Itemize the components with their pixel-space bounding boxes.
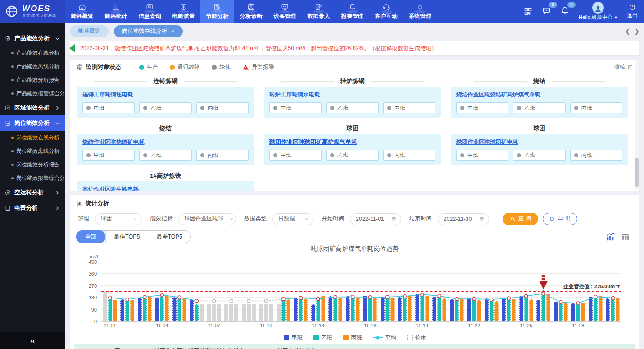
sidebar-item-product-efficiency-online[interactable]: 产品能效在线分析	[0, 46, 65, 60]
segment-top5[interactable]: 最佳TOP5	[105, 231, 148, 243]
shift-box-bing[interactable]: 丙班	[196, 102, 249, 113]
x-axis-tick: 11-13	[309, 323, 327, 330]
x-axis-tick	[327, 323, 345, 330]
panel-collapse-button[interactable]: 收缩	[614, 64, 633, 71]
nav-item-info-query[interactable]: 信息查询	[133, 0, 167, 23]
chevron-down-icon	[304, 216, 309, 221]
shift-box-jia[interactable]: 甲班	[269, 102, 322, 113]
group-filter-label: 班组：	[78, 215, 95, 223]
query-button[interactable]: 查 询	[503, 213, 538, 225]
shift-box-yi[interactable]: 乙班	[139, 102, 191, 113]
shift-box-jia[interactable]: 甲班	[456, 150, 508, 161]
sidebar-item-product-efficiency[interactable]: 产品能效分析	[0, 31, 65, 46]
monitor-card-title-link[interactable]: 球团作业区吨球团矿电耗	[456, 138, 518, 146]
scrollbar-thumb[interactable]	[635, 158, 639, 187]
monitor-card-title-link[interactable]: 连铸工序吨钢坯电耗	[82, 91, 133, 99]
logout-label: 退出	[627, 12, 638, 19]
sidebar-item-region-efficiency[interactable]: 区域能效分析	[0, 100, 65, 115]
bullet-icon	[11, 177, 14, 179]
nav-item-data-entry[interactable]: 数据录入	[302, 0, 336, 23]
shift-box-jia[interactable]: 甲班	[456, 102, 508, 113]
nav-item-customer-interaction[interactable]: 客户互动	[369, 0, 403, 23]
shift-label: 乙班	[150, 104, 161, 112]
monitor-card: 转炉工序吨钢水电耗甲班乙班丙班	[264, 87, 441, 118]
shift-box-jia[interactable]: 甲班	[269, 150, 322, 161]
start-date-input[interactable]: 2022-11-01	[350, 213, 401, 225]
segment-all[interactable]: 全部	[76, 230, 105, 243]
sidebar-item-product-efficiency-alarm[interactable]: 产品能效报警综合分析	[0, 87, 65, 100]
nav-item-energy-overview[interactable]: 能耗概览	[65, 0, 99, 23]
segmented-control: 全部最佳TOP5最差TOP5	[76, 230, 191, 243]
shift-box-bing[interactable]: 丙班	[570, 150, 622, 161]
nav-item-alarm-management[interactable]: 报警管理	[336, 0, 369, 23]
tab-scroll-right-icon[interactable]: ❯	[635, 28, 639, 35]
sidebar-subitem-label: 岗位能效离线分析	[16, 147, 59, 155]
shift-box-yi[interactable]: 乙班	[326, 102, 378, 113]
export-button[interactable]: 导 出	[543, 213, 577, 225]
sidebar-item-post-efficiency-alarm[interactable]: 岗位能效报警综合分析	[0, 171, 65, 185]
datatype-select-value: 日数据	[278, 215, 295, 223]
nav-item-energy-saving-analysis[interactable]: 节能分析	[200, 0, 234, 23]
shift-box-yi[interactable]: 乙班	[326, 150, 378, 161]
legend-item-rest: 轮休	[407, 334, 426, 342]
tab-scroll-left-icon[interactable]: ❮	[625, 28, 630, 35]
query-button-label: 查 询	[518, 215, 531, 223]
close-icon[interactable]: ×	[171, 28, 175, 35]
shift-box-yi[interactable]: 乙班	[513, 150, 565, 161]
tab-energy-overview[interactable]: 能耗概览	[70, 25, 109, 37]
segment-last5[interactable]: 最差TOP5	[148, 231, 190, 243]
shift-box-bing[interactable]: 丙班	[383, 150, 435, 161]
user-menu[interactable]: Hello,研发中心 ▼	[579, 2, 618, 21]
shift-box-bing[interactable]: 丙班	[196, 150, 249, 161]
topbar-right: 0 0 Hello,研发中心 ▼ 退出	[523, 0, 644, 23]
end-date-input[interactable]: 2022-11-30	[438, 213, 489, 225]
sidebar-item-post-efficiency-report[interactable]: 岗位能效分析报告	[0, 158, 65, 171]
shift-box-bing[interactable]: 丙班	[570, 102, 622, 113]
monitor-card-title-link[interactable]: 高炉作业区吨生铁电耗	[82, 186, 139, 191]
nav-item-label: 客户互动	[375, 13, 398, 20]
x-axis-ticks: 11-0111-0411-0711-1011-1311-1611-1911-22…	[101, 323, 621, 330]
sidebar-collapse-button[interactable]: «	[0, 332, 65, 349]
logout-button[interactable]: 退出	[627, 3, 638, 19]
shift-box-jia[interactable]: 甲班	[82, 150, 135, 161]
nav-item-power-quality[interactable]: 电能质量	[167, 0, 200, 23]
shift-box-yi[interactable]: 乙班	[513, 102, 565, 113]
legend-label: 甲班	[292, 334, 303, 342]
table-view-icon[interactable]	[621, 232, 630, 242]
monitor-card-title-link[interactable]: 烧结作业区吨烧结矿电耗	[82, 138, 145, 146]
monitor-card-title-link[interactable]: 球团作业区吨球团矿高炉煤气单耗	[269, 138, 357, 146]
sidebar-item-post-efficiency[interactable]: 岗位能效分析	[0, 115, 65, 131]
monitor-card: 烧结作业区吨烧结矿高炉煤气单耗甲班乙班丙班	[451, 87, 628, 118]
indicator-filter-label: 能效指标：	[150, 215, 179, 223]
nav-item-energy-statistics[interactable]: 能耗统计	[99, 0, 133, 23]
x-axis-tick: 11-22	[466, 323, 483, 330]
shift-box-bing[interactable]: 丙班	[383, 102, 435, 113]
qr-code-icon[interactable]	[523, 7, 533, 16]
indicator-select[interactable]: 球团作业区吨球..	[178, 213, 236, 225]
sidebar-item-product-efficiency-offline[interactable]: 产品能效离线分析	[0, 60, 65, 73]
x-axis-tick	[240, 323, 258, 330]
chart-plot-wrap: 090180270360450企业管控值：225.00m³/t	[101, 262, 621, 321]
sidebar-item-post-efficiency-online[interactable]: 岗位能效在线分析	[0, 131, 65, 144]
pencil-doc-icon	[314, 3, 323, 11]
datatype-select[interactable]: 日数据	[272, 213, 314, 225]
y-axis-tick: 270	[89, 283, 97, 289]
shift-box-yi[interactable]: 乙班	[139, 150, 191, 161]
monitor-panel: 监测对象状态 生产通讯故障轮休异常报警 收缩 连铸炼钢连铸工序吨钢坯电耗甲班乙班…	[70, 60, 639, 191]
monitor-group-header: 球团	[264, 123, 441, 134]
chart-view-icon[interactable]	[605, 232, 615, 242]
notification-button[interactable]: 0	[560, 6, 570, 17]
sidebar-item-post-efficiency-offline[interactable]: 岗位能效离线分析	[0, 144, 65, 158]
nav-item-device-management[interactable]: 设备管理	[268, 0, 302, 23]
monitor-card-title-link[interactable]: 烧结作业区吨烧结矿高炉煤气单耗	[456, 91, 541, 99]
nav-item-system-management[interactable]: 系统管理	[403, 0, 437, 23]
monitor-card-title-link[interactable]: 转炉工序吨钢水电耗	[269, 91, 320, 99]
message-button[interactable]: 0	[542, 6, 551, 17]
sidebar-item-product-efficiency-report[interactable]: 产品能效分析报告	[0, 73, 65, 87]
tab-post-efficiency-online[interactable]: 岗位能效在线分析×	[114, 25, 183, 37]
sidebar-item-idle-run-analysis[interactable]: 空运转分析	[0, 185, 65, 200]
shift-box-jia[interactable]: 甲班	[82, 102, 135, 113]
nav-item-analysis-diagnosis[interactable]: 分析诊断	[234, 0, 268, 23]
sidebar-item-electricity-fee-analysis[interactable]: 电费分析	[0, 200, 65, 216]
group-select[interactable]: 球团	[95, 213, 142, 225]
